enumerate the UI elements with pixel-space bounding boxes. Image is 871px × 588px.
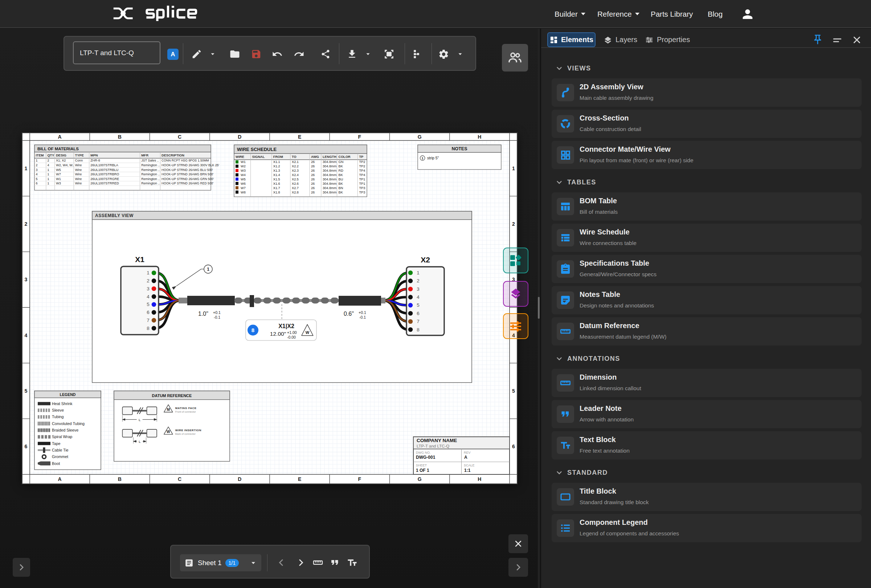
svg-text:LEGEND: LEGEND — [60, 392, 76, 397]
svg-text:1: 1 — [512, 166, 515, 171]
svg-text:Cable Tie: Cable Tie — [52, 448, 69, 452]
svg-text:MFR: MFR — [141, 154, 148, 157]
svg-text:Wire: Wire — [75, 163, 82, 167]
svg-text:W3: W3 — [56, 181, 61, 185]
svg-text:304.8mm: 304.8mm — [323, 190, 337, 194]
svg-text:26: 26 — [311, 173, 315, 177]
svg-text:TP2: TP2 — [359, 165, 365, 168]
svg-text:2: 2 — [25, 221, 28, 227]
svg-text:5: 5 — [417, 302, 419, 308]
svg-text:Remington ..: Remington .. — [141, 172, 160, 176]
svg-text:FROM: FROM — [273, 155, 283, 159]
svg-text:26UL1007STRBLU: 26UL1007STRBLU — [90, 168, 118, 172]
svg-text:X1.5: X1.5 — [273, 178, 280, 181]
svg-text:Heat Shrink: Heat Shrink — [52, 401, 73, 406]
svg-text:0.6": 0.6" — [344, 311, 354, 317]
svg-text:C: C — [178, 476, 181, 482]
svg-text:X2.4: X2.4 — [292, 173, 299, 177]
svg-text:2: 2 — [36, 163, 38, 167]
svg-text:L: L — [139, 440, 141, 444]
svg-text:DWG NO.: DWG NO. — [416, 451, 431, 455]
svg-text:F: F — [358, 476, 361, 482]
svg-text:WIRE: WIRE — [235, 155, 244, 159]
svg-text:A: A — [58, 476, 62, 482]
svg-text:3: 3 — [147, 286, 150, 292]
svg-text:Remington ..: Remington .. — [141, 177, 160, 181]
svg-text:6: 6 — [147, 310, 150, 315]
svg-text:6: 6 — [417, 311, 419, 316]
svg-text:4: 4 — [47, 163, 49, 167]
svg-text:X1.4: X1.4 — [273, 173, 280, 177]
svg-text:Wire: Wire — [75, 177, 82, 181]
svg-text:DESIG: DESIG — [56, 154, 66, 157]
svg-text:3: 3 — [36, 168, 38, 172]
svg-text:X1: X1 — [135, 255, 144, 263]
svg-text:8: 8 — [417, 327, 419, 332]
svg-text:5: 5 — [36, 177, 38, 181]
svg-text:HOOK-UP STRND 26AWG RED 500': HOOK-UP STRND 26AWG RED 500' — [162, 181, 213, 185]
svg-text:BK: BK — [338, 165, 343, 168]
svg-text:2: 2 — [512, 221, 515, 227]
svg-text:MPN: MPN — [90, 154, 98, 157]
svg-text:6: 6 — [36, 181, 38, 185]
svg-text:Front of connector: Front of connector — [175, 410, 196, 413]
svg-text:A: A — [464, 455, 467, 460]
svg-text:Boot: Boot — [52, 461, 60, 466]
svg-text:304.8mm: 304.8mm — [323, 169, 337, 172]
svg-text:X1.8: X1.8 — [273, 190, 280, 194]
svg-text:304.8mm: 304.8mm — [323, 178, 337, 181]
svg-text:2: 2 — [47, 159, 49, 162]
svg-text:B: B — [118, 476, 121, 482]
svg-text:1: 1 — [147, 270, 150, 275]
svg-text:X1.7: X1.7 — [273, 186, 280, 190]
svg-text:TP1: TP1 — [359, 178, 365, 181]
svg-text:RD: RD — [338, 169, 344, 172]
svg-text:1: 1 — [422, 156, 424, 160]
svg-text:12.00": 12.00" — [270, 331, 286, 337]
svg-text:DATUM REFERENCE: DATUM REFERENCE — [152, 393, 192, 398]
svg-text:LENGTH: LENGTH — [323, 155, 337, 159]
svg-text:Wire: Wire — [75, 172, 82, 176]
svg-text:1: 1 — [47, 168, 49, 172]
svg-text:W1: W1 — [241, 160, 246, 164]
svg-text:1: 1 — [25, 166, 28, 171]
svg-text:TP1: TP1 — [359, 182, 365, 186]
svg-text:3: 3 — [25, 277, 28, 283]
svg-text:E: E — [298, 134, 301, 140]
svg-text:HOOK-UP STRND 26AWG GRN 500': HOOK-UP STRND 26AWG GRN 500' — [162, 177, 214, 181]
svg-text:W2: W2 — [241, 165, 246, 168]
svg-text:304.8mm: 304.8mm — [323, 182, 337, 186]
svg-text:BU: BU — [338, 178, 343, 181]
svg-text:X2.7: X2.7 — [292, 186, 299, 190]
svg-text:26: 26 — [311, 169, 315, 172]
svg-text:TP3: TP3 — [359, 190, 365, 194]
svg-text:G: G — [418, 476, 422, 482]
svg-text:W1: W1 — [56, 177, 61, 181]
svg-text:ZHR-8: ZHR-8 — [90, 159, 100, 162]
svg-text:ASSEMBLY VIEW: ASSEMBLY VIEW — [95, 213, 133, 218]
svg-text:Braided Sleeve: Braided Sleeve — [52, 428, 78, 432]
svg-text:1: 1 — [47, 181, 49, 185]
svg-text:TP4: TP4 — [359, 173, 365, 177]
svg-text:2: 2 — [417, 278, 419, 283]
svg-text:5: 5 — [25, 388, 28, 394]
svg-text:W6: W6 — [241, 182, 246, 186]
svg-text:BK: BK — [338, 182, 343, 186]
svg-text:Sleeve: Sleeve — [52, 408, 64, 412]
svg-text:REV: REV — [464, 451, 471, 455]
svg-text:X1.1: X1.1 — [273, 160, 280, 164]
svg-text:X2.6: X2.6 — [292, 182, 299, 186]
svg-text:1: 1 — [207, 267, 210, 272]
svg-text:4: 4 — [25, 332, 28, 338]
svg-text:1: 1 — [417, 270, 419, 275]
svg-text:X2.8: X2.8 — [292, 190, 299, 194]
svg-text:MATING FACE: MATING FACE — [175, 407, 197, 410]
svg-text:X1|X2: X1|X2 — [278, 323, 294, 329]
svg-text:CONN RCPT HSG 8POS 1.50MM: CONN RCPT HSG 8POS 1.50MM — [162, 159, 209, 162]
svg-text:+0.1: +0.1 — [359, 310, 366, 315]
svg-text:M: M — [167, 408, 170, 411]
svg-text:Spiral Wrap: Spiral Wrap — [52, 434, 72, 439]
svg-text:Tubing: Tubing — [52, 414, 64, 419]
svg-text:X2: X2 — [421, 256, 430, 264]
svg-text:WIRE INSERTION: WIRE INSERTION — [175, 429, 201, 432]
